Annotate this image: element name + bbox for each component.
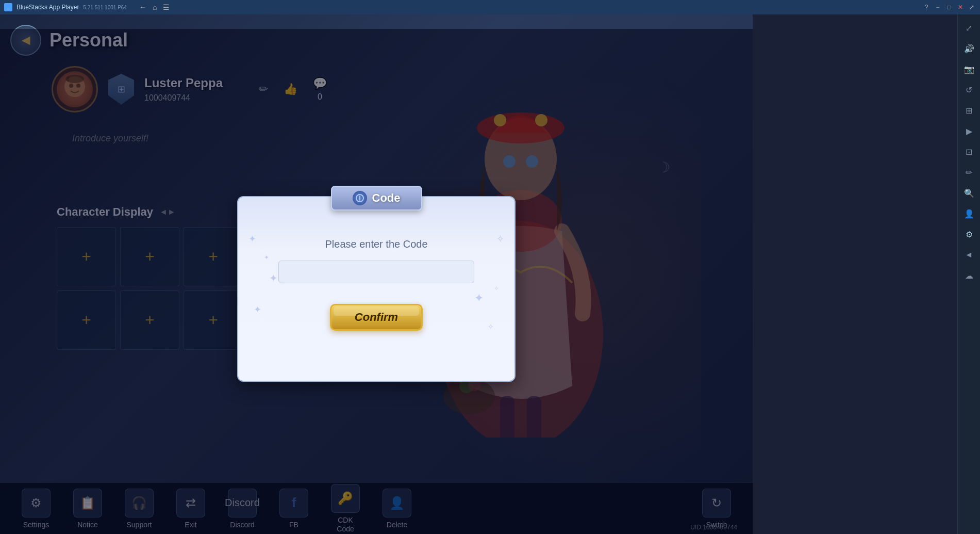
sidebar-back-icon[interactable]: ◄ — [961, 247, 977, 263]
sparkle-6: ✦ — [474, 292, 484, 305]
modal-overlay: Code ✦ ✧ ✦ ✦ ✧ ✦ ✧ ✦ Please enter the Co… — [0, 29, 753, 534]
dialog-title: Code — [372, 191, 401, 205]
sidebar-expand-icon[interactable]: ⤢ — [961, 20, 977, 36]
title-bar-controls: ? − □ ✕ ⤢ — [922, 3, 976, 11]
help-button[interactable]: ? — [922, 3, 931, 11]
title-bar: BlueStacks App Player 5.21.511.1001.P64 … — [0, 0, 980, 14]
nav-home[interactable]: ⌂ — [153, 3, 157, 11]
title-bar-left: BlueStacks App Player 5.21.511.1001.P64 … — [4, 3, 170, 11]
sidebar-volume-icon[interactable]: 🔊 — [961, 40, 977, 57]
sidebar-video-icon[interactable]: ▶ — [961, 123, 977, 139]
sidebar-camera-icon[interactable]: 📷 — [961, 61, 977, 77]
sidebar-layers-icon[interactable]: ⊞ — [961, 102, 977, 119]
sparkle-7: ✧ — [494, 285, 499, 292]
close-button[interactable]: ✕ — [956, 3, 965, 11]
app-version: 5.21.511.1001.P64 — [83, 5, 127, 10]
sidebar-refresh-icon[interactable]: ↺ — [961, 82, 977, 98]
sidebar-search-icon[interactable]: 🔍 — [961, 185, 977, 201]
app-title: BlueStacks App Player — [16, 4, 79, 11]
dialog-body: ✦ ✧ ✦ ✦ ✧ ✦ ✧ ✦ Please enter the Code Co… — [238, 223, 514, 346]
sidebar-person-icon[interactable]: 👤 — [961, 205, 977, 222]
confirm-button[interactable]: Confirm — [330, 304, 423, 331]
code-input[interactable] — [278, 261, 474, 283]
code-dialog: Code ✦ ✧ ✦ ✦ ✧ ✦ ✧ ✦ Please enter the Co… — [237, 196, 516, 382]
sidebar-brush-icon[interactable]: ✏ — [961, 164, 977, 181]
sparkle-5: ✧ — [488, 322, 494, 331]
expand-button[interactable]: ⤢ — [968, 3, 976, 11]
sparkle-4: ✦ — [254, 304, 261, 315]
sparkle-2: ✧ — [496, 233, 504, 245]
nav-back[interactable]: ← — [139, 3, 146, 11]
title-bar-nav: ← ⌂ ☰ — [139, 3, 170, 11]
minimize-button[interactable]: − — [934, 3, 942, 11]
nav-menu[interactable]: ☰ — [163, 3, 170, 11]
sidebar-cloud-icon[interactable]: ☁ — [961, 267, 977, 284]
dialog-header: Code — [238, 186, 514, 211]
dialog-title-box: Code — [331, 186, 422, 211]
confirm-button-label: Confirm — [355, 311, 398, 324]
bluestacks-logo — [4, 3, 12, 11]
sparkle-1: ✦ — [248, 233, 256, 245]
sidebar-crop-icon[interactable]: ⊡ — [961, 143, 977, 160]
dialog-title-icon — [353, 191, 367, 205]
sidebar-settings-icon[interactable]: ⚙ — [961, 226, 977, 242]
sparkle-3: ✦ — [264, 254, 269, 261]
game-area: ☽ ◄ Personal ⊞ — [0, 14, 753, 534]
maximize-button[interactable]: □ — [945, 3, 953, 11]
right-sidebar: ⤢ 🔊 📷 ↺ ⊞ ▶ ⊡ ✏ 🔍 👤 ⚙ ◄ ☁ — [957, 14, 980, 534]
dialog-prompt: Please enter the Code — [325, 238, 427, 250]
sparkle-8: ✦ — [269, 272, 278, 284]
